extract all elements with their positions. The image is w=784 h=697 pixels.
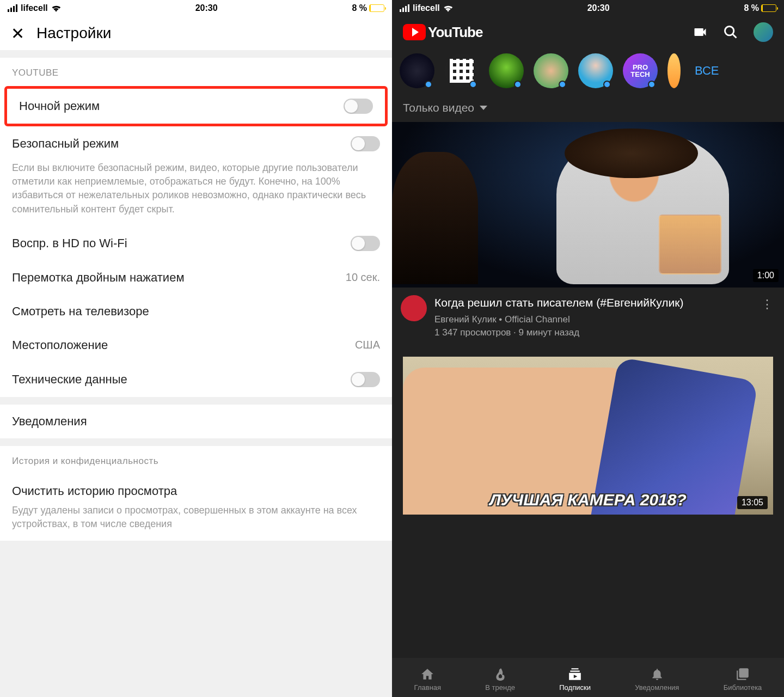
status-bar: lifecell 20:30 8 % xyxy=(392,0,784,16)
filter-label: Только видео xyxy=(403,101,474,114)
video-card[interactable]: 1:00 Когда решил стать писателем (#Евген… xyxy=(392,122,784,347)
settings-screen: lifecell 20:30 8 % ✕ Настройки YOUTUBE Н… xyxy=(0,0,392,697)
hd-wifi-label: Воспр. в HD по Wi-Fi xyxy=(12,236,127,250)
location-label: Местоположение xyxy=(12,338,108,352)
subscriptions-icon xyxy=(567,667,583,681)
home-icon xyxy=(420,667,435,681)
youtube-screen: lifecell 20:30 8 % YouTube PROTECH ВСЕ Т… xyxy=(392,0,784,697)
time-label: 20:30 xyxy=(587,3,610,13)
night-mode-label: Ночной режим xyxy=(19,99,100,113)
thumbnail-title-overlay: ЛУЧШАЯ КАМЕРА 2018? xyxy=(489,491,687,509)
battery-percent: 8 % xyxy=(744,3,759,13)
filter-dropdown[interactable]: Только видео xyxy=(392,94,784,122)
nav-notifications[interactable]: Уведомления xyxy=(635,667,679,692)
time-label: 20:30 xyxy=(195,3,218,13)
nav-trending[interactable]: В тренде xyxy=(485,667,515,692)
nav-header: ✕ Настройки xyxy=(0,16,392,50)
more-options-icon[interactable]: ⋮ xyxy=(759,295,775,339)
video-duration: 13:05 xyxy=(737,496,768,509)
hd-wifi-row[interactable]: Воспр. в HD по Wi-Fi xyxy=(0,226,392,261)
channel-avatar[interactable] xyxy=(534,53,568,88)
video-duration: 1:00 xyxy=(753,269,779,282)
night-mode-toggle[interactable] xyxy=(344,99,373,114)
all-channels-button[interactable]: ВСЕ xyxy=(690,64,724,78)
tech-data-label: Технические данные xyxy=(12,372,127,387)
video-card[interactable]: ЛУЧШАЯ КАМЕРА 2018? 13:05 xyxy=(392,357,784,515)
chevron-down-icon xyxy=(480,106,487,110)
channel-avatar[interactable] xyxy=(489,53,524,88)
notifications-label: Уведомления xyxy=(12,414,87,429)
channels-strip[interactable]: PROTECH ВСЕ xyxy=(392,48,784,94)
channel-avatar[interactable] xyxy=(444,53,479,88)
youtube-play-icon xyxy=(403,24,426,40)
battery-icon xyxy=(369,4,384,12)
tech-data-toggle[interactable] xyxy=(351,372,380,387)
nav-home[interactable]: Главная xyxy=(414,667,441,692)
clear-history-label: Очистить историю просмотра xyxy=(12,484,177,498)
safe-mode-toggle[interactable] xyxy=(351,136,380,151)
battery-icon xyxy=(761,4,776,12)
video-channel: Евгений Кулик • Official Channel xyxy=(434,313,751,326)
clear-history-description: Будут удалены записи о просмотрах, совер… xyxy=(0,504,392,541)
youtube-wordmark: YouTube xyxy=(428,24,482,41)
location-row[interactable]: Местоположение США xyxy=(0,328,392,362)
watch-tv-label: Смотреть на телевизоре xyxy=(12,304,149,319)
wifi-icon xyxy=(51,4,61,12)
battery-percent: 8 % xyxy=(352,3,367,13)
channel-avatar[interactable] xyxy=(400,53,434,88)
double-tap-row[interactable]: Перемотка двойным нажатием 10 сек. xyxy=(0,261,392,295)
section-header-history: История и конфиденциальность xyxy=(0,446,392,474)
night-mode-highlight: Ночной режим xyxy=(4,86,388,126)
bell-icon xyxy=(650,667,665,681)
camera-icon[interactable] xyxy=(693,25,708,40)
video-thumbnail[interactable]: 1:00 xyxy=(392,122,784,288)
carrier-label: lifecell xyxy=(413,3,440,13)
clear-history-row[interactable]: Очистить историю просмотра xyxy=(0,474,392,504)
channel-avatar-small[interactable] xyxy=(401,295,427,321)
youtube-logo[interactable]: YouTube xyxy=(403,24,482,41)
hd-wifi-toggle[interactable] xyxy=(351,236,380,251)
video-stats: 1 347 просмотров · 9 минут назад xyxy=(434,326,751,339)
video-thumbnail[interactable]: ЛУЧШАЯ КАМЕРА 2018? 13:05 xyxy=(403,357,773,515)
channel-avatar[interactable]: PROTECH xyxy=(623,53,658,88)
video-title: Когда решил стать писателем (#ЕвгенийКул… xyxy=(434,295,751,310)
svg-line-1 xyxy=(733,34,737,38)
profile-avatar[interactable] xyxy=(754,22,773,42)
bottom-nav: Главная В тренде Подписки Уведомления Би… xyxy=(392,658,784,697)
signal-icon xyxy=(400,4,409,12)
notifications-row[interactable]: Уведомления xyxy=(0,405,392,438)
nav-subscriptions[interactable]: Подписки xyxy=(559,667,591,692)
page-title: Настройки xyxy=(36,25,111,42)
safe-mode-row[interactable]: Безопасный режим xyxy=(0,126,392,161)
location-value: США xyxy=(355,339,380,351)
search-icon[interactable] xyxy=(723,25,738,40)
double-tap-label: Перемотка двойным нажатием xyxy=(12,271,185,285)
wifi-icon xyxy=(443,4,453,12)
tech-data-row[interactable]: Технические данные xyxy=(0,362,392,397)
svg-point-0 xyxy=(725,27,734,35)
watch-tv-row[interactable]: Смотреть на телевизоре xyxy=(0,295,392,328)
library-icon xyxy=(735,667,750,681)
safe-mode-label: Безопасный режим xyxy=(12,137,119,151)
signal-icon xyxy=(8,4,17,12)
close-icon[interactable]: ✕ xyxy=(11,24,24,43)
safe-mode-description: Если вы включите безопасный режим, видео… xyxy=(0,161,392,226)
youtube-header: YouTube xyxy=(392,16,784,48)
trending-icon xyxy=(493,667,508,681)
channel-avatar-partial[interactable] xyxy=(667,53,681,88)
section-header-youtube: YOUTUBE xyxy=(0,58,392,86)
double-tap-value: 10 сек. xyxy=(346,271,380,284)
nav-library[interactable]: Библиотека xyxy=(724,667,762,692)
night-mode-row[interactable]: Ночной режим xyxy=(7,89,385,124)
carrier-label: lifecell xyxy=(21,3,48,13)
status-bar: lifecell 20:30 8 % xyxy=(0,0,392,16)
channel-avatar[interactable] xyxy=(578,53,613,88)
